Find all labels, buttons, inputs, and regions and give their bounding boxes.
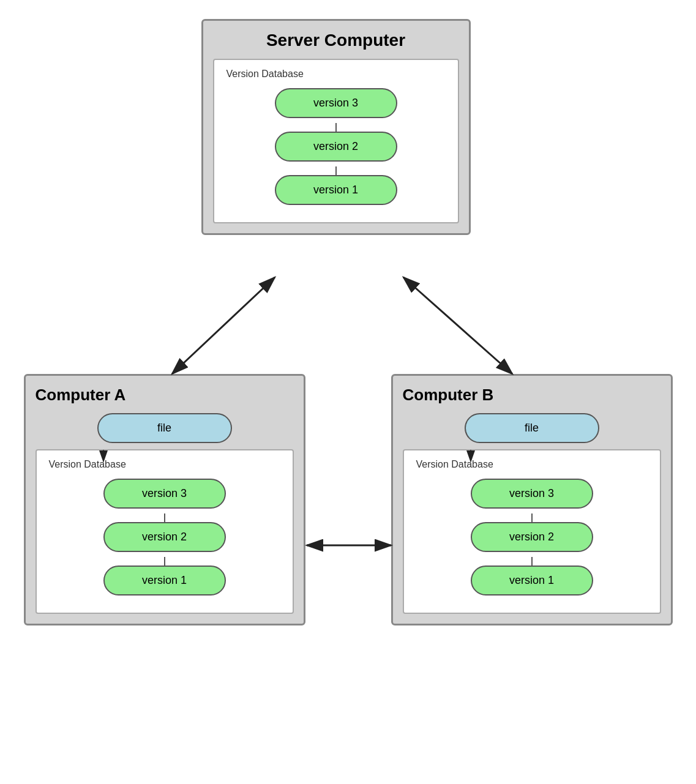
computer-a-title: Computer A — [36, 386, 294, 405]
connector — [164, 513, 165, 522]
server-version-1: version 1 — [275, 175, 397, 205]
computer-b-db-label: Version Database — [416, 459, 648, 470]
computer-a-file-wrap: file — [36, 413, 294, 443]
computer-b-version-3: version 3 — [471, 479, 593, 509]
computer-b-inner-box: Version Database version 3 version 2 ver… — [403, 449, 661, 614]
connector — [164, 557, 165, 566]
connector — [531, 513, 533, 522]
computer-b-file-pill: file — [465, 413, 599, 443]
connector — [531, 557, 533, 566]
server-version-2: version 2 — [275, 132, 397, 162]
connector — [335, 166, 337, 175]
computer-a-file-pill: file — [97, 413, 232, 443]
computer-b-title: Computer B — [403, 386, 661, 405]
server-version-3: version 3 — [275, 88, 397, 118]
server-title: Server Computer — [213, 31, 459, 50]
computer-b-box: Computer B file Version Database version… — [391, 374, 673, 625]
server-inner-box: Version Database version 3 version 2 ver… — [213, 59, 459, 223]
server-to-a-arrow — [172, 277, 275, 374]
computer-a-version-3: version 3 — [103, 479, 226, 509]
computer-b-file-wrap: file — [403, 413, 661, 443]
diagram: Server Computer Version Database version… — [12, 13, 685, 772]
computer-a-db-label: Version Database — [49, 459, 280, 470]
server-to-b-arrow — [403, 277, 512, 374]
server-computer-box: Server Computer Version Database version… — [201, 19, 471, 235]
computer-a-box: Computer A file Version Database version… — [24, 374, 305, 625]
server-db-label: Version Database — [226, 69, 446, 80]
computer-a-version-1: version 1 — [103, 566, 226, 595]
computer-a-inner-box: Version Database version 3 version 2 ver… — [36, 449, 294, 614]
computer-b-version-2: version 2 — [471, 522, 593, 552]
connector — [335, 123, 337, 132]
computer-b-version-1: version 1 — [471, 566, 593, 595]
computer-a-version-2: version 2 — [103, 522, 226, 552]
